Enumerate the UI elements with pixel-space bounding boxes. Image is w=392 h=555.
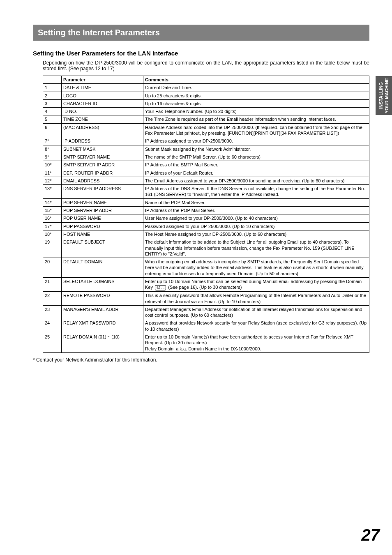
table-row: 12*EMAIL ADDRESSThe Email Address assign…: [43, 177, 369, 184]
section-title-bar: Setting the Internet Parameters: [33, 25, 369, 41]
row-comments: Password assigned to your DP-2500/3000. …: [143, 222, 369, 230]
row-comments: Enter up to 10 Domain Names that can be …: [143, 278, 369, 292]
row-number: 20: [43, 258, 62, 278]
row-number: 24: [43, 319, 62, 333]
row-number: 18*: [43, 230, 62, 238]
row-comments: Enter up to 10 Domain Name(s) that have …: [143, 333, 369, 353]
header-blank: [43, 76, 62, 84]
row-parameter: ID NO.: [62, 108, 143, 115]
row-comments: A password that provides Network securit…: [143, 319, 369, 333]
table-row: 4ID NO.Your Fax Telephone Number. (Up to…: [43, 108, 369, 115]
row-parameter: POP USER NAME: [62, 214, 143, 222]
row-comments: Name of the POP Mail Server.: [143, 198, 369, 206]
row-number: 16*: [43, 214, 62, 222]
row-number: 2: [43, 92, 62, 99]
sub-heading: Setting the User Parameters for the LAN …: [33, 50, 369, 57]
table-row: 2LOGOUp to 25 characters & digits.: [43, 92, 369, 99]
table-row: 19DEFAULT SUBJECTThe default information…: [43, 238, 369, 258]
row-number: 4: [43, 108, 62, 115]
table-header-row: Parameter Comments: [43, 76, 369, 84]
row-comments: IP Address of the SMTP Mail Server.: [143, 161, 369, 169]
row-number: 12*: [43, 177, 62, 184]
row-parameter: RELAY XMT PASSWORD: [62, 319, 143, 333]
table-row: 18*HOST NAMEThe Host Name assigned to yo…: [43, 230, 369, 238]
footnote: * Contact your Network Administrator for…: [33, 357, 369, 363]
row-parameter: REMOTE PASSWORD: [62, 292, 143, 306]
row-parameter: DNS SERVER IP ADDRESS: [62, 185, 143, 199]
row-parameter: MANAGER'S EMAIL ADDR: [62, 305, 143, 319]
row-parameter: DEFAULT DOMAIN: [62, 258, 143, 278]
row-number: 14*: [43, 198, 62, 206]
row-comments: Hardware Address hard-coded into the DP-…: [143, 123, 369, 137]
row-number: 25: [43, 333, 62, 353]
domain-key-icon: @ . .: [155, 285, 166, 291]
table-row: 15*POP SERVER IP ADDRIP Address of the P…: [43, 207, 369, 214]
row-parameter: (MAC ADDRESS): [62, 123, 143, 137]
row-comments: The Time Zone is required as part of the…: [143, 115, 369, 123]
table-row: 3CHARACTER IDUp to 16 characters & digit…: [43, 99, 369, 107]
row-comments: The default information to be added to t…: [143, 238, 369, 258]
table-row: 6(MAC ADDRESS)Hardware Address hard-code…: [43, 123, 369, 137]
row-parameter: CHARACTER ID: [62, 99, 143, 107]
row-comments: Current Date and Time.: [143, 84, 369, 92]
table-row: 5TIME ZONEThe Time Zone is required as p…: [43, 115, 369, 123]
row-number: 13*: [43, 185, 62, 199]
table-row: 1DATE & TIMECurrent Date and Time.: [43, 84, 369, 92]
table-row: 9*SMTP SERVER NAMEThe name of the SMTP M…: [43, 153, 369, 161]
row-parameter: DATE & TIME: [62, 84, 143, 92]
row-number: 15*: [43, 207, 62, 214]
row-comments: This is a security password that allows …: [143, 292, 369, 306]
row-comments: User Name assigned to your DP-2500/3000.…: [143, 214, 369, 222]
table-row: 8*SUBNET MASKSubnet Mask assigned by the…: [43, 145, 369, 153]
row-number: 19: [43, 238, 62, 258]
row-parameter: DEFAULT SUBJECT: [62, 238, 143, 258]
row-parameter: POP PASSWORD: [62, 222, 143, 230]
row-comments: Subnet Mask assigned by the Network Admi…: [143, 145, 369, 153]
table-row: 13*DNS SERVER IP ADDRESSIP Address of th…: [43, 185, 369, 199]
row-parameter: POP SERVER NAME: [62, 198, 143, 206]
row-number: 6: [43, 123, 62, 137]
row-number: 22: [43, 292, 62, 306]
row-number: 17*: [43, 222, 62, 230]
header-parameter: Parameter: [62, 76, 143, 84]
table-row: 10*SMTP SERVER IP ADDRIP Address of the …: [43, 161, 369, 169]
page-number: 27: [362, 526, 380, 544]
row-parameter: SELECTABLE DOMAINS: [62, 278, 143, 292]
table-row: 17*POP PASSWORDPassword assigned to your…: [43, 222, 369, 230]
row-comments: IP Address of the POP Mail Server.: [143, 207, 369, 214]
table-row: 24RELAY XMT PASSWORDA password that prov…: [43, 319, 369, 333]
row-parameter: LOGO: [62, 92, 143, 99]
row-parameter: POP SERVER IP ADDR: [62, 207, 143, 214]
row-number: 7*: [43, 137, 62, 145]
table-row: 7*IP ADDRESSIP Address assigned to your …: [43, 137, 369, 145]
row-number: 9*: [43, 153, 62, 161]
row-comments: Up to 25 characters & digits.: [143, 92, 369, 99]
header-comments: Comments: [143, 76, 369, 84]
row-comments: The Host Name assigned to your DP-2500/3…: [143, 230, 369, 238]
row-comments: IP Address of your Default Router.: [143, 169, 369, 177]
intro-text: Depending on how the DP-2500/3000 will b…: [33, 60, 369, 71]
table-row: 21SELECTABLE DOMAINSEnter up to 10 Domai…: [43, 278, 369, 292]
parameters-table: Parameter Comments 1DATE & TIMECurrent D…: [43, 76, 369, 353]
table-row: 11*DEF. ROUTER IP ADDRIP Address of your…: [43, 169, 369, 177]
row-number: 11*: [43, 169, 62, 177]
row-comments: IP Address assigned to your DP-2500/3000…: [143, 137, 369, 145]
row-comments: Your Fax Telephone Number. (Up to 20 dig…: [143, 108, 369, 115]
row-parameter: IP ADDRESS: [62, 137, 143, 145]
row-comments: The name of the SMTP Mail Server. (Up to…: [143, 153, 369, 161]
row-number: 10*: [43, 161, 62, 169]
row-number: 5: [43, 115, 62, 123]
table-row: 22REMOTE PASSWORDThis is a security pass…: [43, 292, 369, 306]
row-parameter: TIME ZONE: [62, 115, 143, 123]
row-parameter: SMTP SERVER NAME: [62, 153, 143, 161]
table-row: 16*POP USER NAMEUser Name assigned to yo…: [43, 214, 369, 222]
row-number: 23: [43, 305, 62, 319]
row-number: 1: [43, 84, 62, 92]
row-comments: Up to 16 characters & digits.: [143, 99, 369, 107]
row-comments: IP Address of the DNS Server. If the DNS…: [143, 185, 369, 199]
table-row: 23MANAGER'S EMAIL ADDRDepartment Manager…: [43, 305, 369, 319]
table-row: 14*POP SERVER NAMEName of the POP Mail S…: [43, 198, 369, 206]
row-parameter: SMTP SERVER IP ADDR: [62, 161, 143, 169]
row-parameter: RELAY DOMAIN (01) ~ (10): [62, 333, 143, 353]
row-comments: The Email Address assigned to your DP-25…: [143, 177, 369, 184]
